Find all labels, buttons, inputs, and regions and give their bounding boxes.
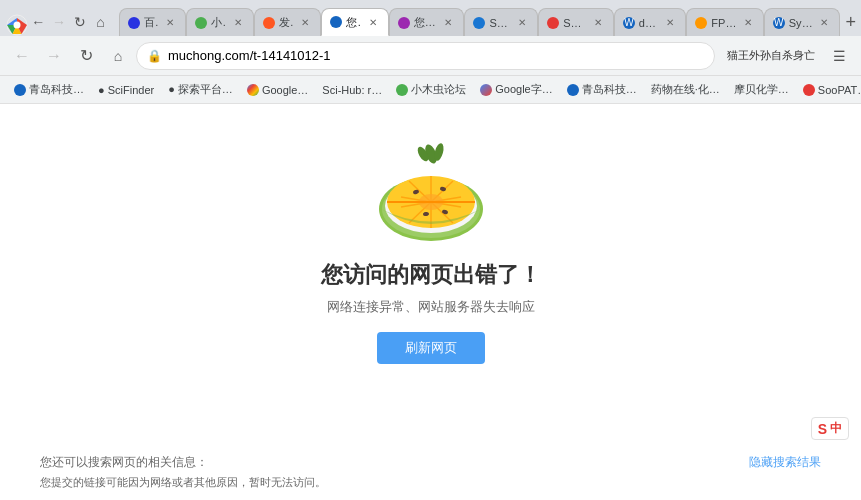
tab-title-active: 您访问 [346,15,362,30]
browser-chrome: ← → ↻ ⌂ 百度一 ✕ 小木虫 ✕ 发表帖 ✕ 您访问 ✕ 您访问… ✕ [0,0,861,104]
address-bar[interactable]: 🔒 muchong.com/t-14141012-1 [136,42,715,70]
bookmark-favicon-google2 [480,84,492,96]
tab-favicon-mwt [195,17,207,29]
chrome-icon [6,14,28,36]
nav-right-area: 猫王外孙自杀身亡 ☰ [719,42,853,70]
bookmark-label-tanso: ● 探索平台… [168,82,233,97]
tab-close-fpo[interactable]: ✕ [741,16,755,30]
bookmark-tanso[interactable]: ● 探索平台… [162,79,239,100]
search-info-label: 您还可以搜索网页的相关信息： [40,454,208,471]
settings-button[interactable]: ☰ [825,42,853,70]
bookmark-qd2[interactable]: 青岛科技… [561,79,643,100]
tab-title-mwt: 小木虫 [211,15,227,30]
bookmark-favicon-qd1 [14,84,26,96]
tab-close-active[interactable]: ✕ [366,15,380,29]
tab-title-fpo: FPO IF… [711,17,736,29]
tab-mwt[interactable]: 小木虫 ✕ [186,8,254,36]
bookmark-label-soopat2: SooPAT… [818,84,861,96]
tab-close-w1[interactable]: ✕ [663,16,677,30]
tab-title-fabi: 发表帖 [279,15,295,30]
error-subtitle: 网络连接异常、网站服务器失去响应 [327,298,535,316]
tab-visit2[interactable]: 您访问… ✕ [389,8,465,36]
search-hint-display[interactable]: 猫王外孙自杀身亡 [719,44,823,67]
lock-icon: 🔒 [147,49,162,63]
bookmark-scihub[interactable]: Sci-Hub: r… [316,81,388,99]
bookmark-google2[interactable]: Google字… [474,79,558,100]
tab-close-mwt[interactable]: ✕ [231,16,245,30]
address-text: muchong.com/t-14141012-1 [168,48,704,63]
tab-title-synth: Synthe… [789,17,814,29]
bookmark-soopat2[interactable]: SooPAT… [797,81,861,99]
bottom-section: 您还可以搜索网页的相关信息： 隐藏搜索结果 您提交的链接可能因为网络或者其他原因… [0,444,861,500]
tab-close-fabi[interactable]: ✕ [298,16,312,30]
home-button[interactable]: ⌂ [90,8,111,36]
bookmark-mwt2[interactable]: 小木虫论坛 [390,79,472,100]
tab-title-baidu: 百度一 [144,15,160,30]
bottom-description: 您提交的链接可能因为网络或者其他原因，暂时无法访问。 [40,475,821,490]
tab-visit-active[interactable]: 您访问 ✕ [321,8,389,36]
nav-refresh-button[interactable]: ↻ [72,42,100,70]
bookmark-label-sci1: ● SciFinder [98,84,154,96]
tab-favicon-active [330,16,342,28]
bookmark-favicon-soopat2 [803,84,815,96]
bookmarks-bar: 青岛科技… ● SciFinder ● 探索平台… Google… Sci-Hu… [0,76,861,104]
bookmark-mobi[interactable]: 摩贝化学… [728,79,795,100]
bookmark-favicon-qd2 [567,84,579,96]
bookmark-qd1[interactable]: 青岛科技… [8,79,90,100]
bottom-search-row: 您还可以搜索网页的相关信息： 隐藏搜索结果 [40,454,821,471]
bookmark-label-qd1: 青岛科技… [29,82,84,97]
nav-back-button[interactable]: ← [8,42,36,70]
bookmark-label-google2: Google字… [495,82,552,97]
tab-close-soopat[interactable]: ✕ [591,16,605,30]
refresh-nav-button[interactable]: ↻ [69,8,90,36]
bookmark-yao[interactable]: 药物在线·化… [645,79,726,100]
tab-w1[interactable]: W downl… ✕ [614,8,686,36]
error-illustration [371,134,491,244]
tab-synth[interactable]: W Synthe… ✕ [764,8,841,36]
hide-results-link[interactable]: 隐藏搜索结果 [749,454,821,471]
bookmark-favicon-google [247,84,259,96]
tab-favicon-baidu [128,17,140,29]
tab-bar: ← → ↻ ⌂ 百度一 ✕ 小木虫 ✕ 发表帖 ✕ 您访问 ✕ 您访问… ✕ [0,0,861,36]
sogou-label: 中 [830,420,842,437]
bookmark-sci1[interactable]: ● SciFinder [92,81,160,99]
bookmark-label-mwt2: 小木虫论坛 [411,82,466,97]
tab-favicon-fpo [695,17,707,29]
tab-title-soopat: SooPa… [563,17,587,29]
back-button[interactable]: ← [28,8,49,36]
bookmark-label-qd2: 青岛科技… [582,82,637,97]
tab-favicon-visit2 [398,17,410,29]
tab-title-visit2: 您访问… [414,15,438,30]
tab-favicon-fabi [263,17,275,29]
refresh-page-button[interactable]: 刷新网页 [377,332,485,364]
tab-soopat[interactable]: SooPa… ✕ [538,8,614,36]
tab-favicon-w1: W [623,17,635,29]
nav-home-button[interactable]: ⌂ [104,42,132,70]
sogou-badge: S 中 [811,417,849,440]
sogou-s-icon: S [818,421,827,437]
tab-close-sci[interactable]: ✕ [515,16,529,30]
bookmark-label-yao: 药物在线·化… [651,82,720,97]
svg-point-1 [14,22,21,29]
page-content: 您访问的网页出错了！ 网络连接异常、网站服务器失去响应 刷新网页 S 中 您还可… [0,104,861,500]
nav-bar: ← → ↻ ⌂ 🔒 muchong.com/t-14141012-1 猫王外孙自… [0,36,861,76]
bookmark-label-google: Google… [262,84,308,96]
tab-close-baidu[interactable]: ✕ [163,16,177,30]
bookmark-label-scihub: Sci-Hub: r… [322,84,382,96]
tab-sci[interactable]: SciFin… ✕ [464,8,538,36]
forward-button[interactable]: → [49,8,70,36]
bookmark-google[interactable]: Google… [241,81,314,99]
bookmark-favicon-mwt2 [396,84,408,96]
tab-fpo[interactable]: FPO IF… ✕ [686,8,763,36]
tab-title-sci: SciFin… [489,17,511,29]
nav-forward-button[interactable]: → [40,42,68,70]
tab-favicon-sci [473,17,485,29]
tab-favicon-soopat [547,17,559,29]
bookmark-label-mobi: 摩贝化学… [734,82,789,97]
tab-close-visit2[interactable]: ✕ [441,16,455,30]
new-tab-button[interactable]: + [840,8,861,36]
tab-close-synth[interactable]: ✕ [817,16,831,30]
tab-baidu[interactable]: 百度一 ✕ [119,8,187,36]
tab-favicon-synth: W [773,17,785,29]
tab-fabi[interactable]: 发表帖 ✕ [254,8,322,36]
